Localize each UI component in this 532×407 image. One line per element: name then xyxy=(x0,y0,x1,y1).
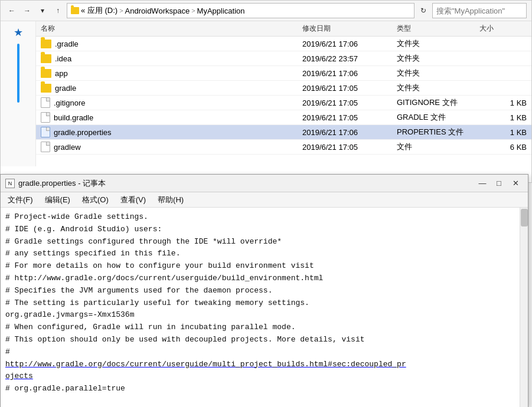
address-part3: MyApplication xyxy=(197,6,245,15)
file-name: build.gradle xyxy=(41,112,302,123)
close-button[interactable]: ✕ xyxy=(508,177,523,190)
file-name: .gitignore xyxy=(41,97,302,108)
notepad-menu-items: 文件(F)编辑(E)格式(O)查看(V)帮助(H) xyxy=(3,193,188,206)
menu-item-0[interactable]: 文件(F) xyxy=(3,193,38,206)
notepad-line: # This option should only be used with d… xyxy=(5,334,514,346)
notepad-line: # Project-wide Gradle settings. xyxy=(5,211,514,224)
file-name-label: build.gradle xyxy=(54,113,93,122)
file-type: 文件夹 xyxy=(397,83,479,93)
file-name: gradlew xyxy=(41,142,302,152)
restore-button[interactable]: □ xyxy=(491,177,507,190)
file-type: GRADLE 文件 xyxy=(397,112,479,123)
notepad-line: # When configured, Gradle will run in in… xyxy=(5,321,514,334)
file-type: PROPERTIES 文件 xyxy=(397,127,479,137)
file-rows-container: .gradle 2019/6/21 17:06 文件夹 .idea 2019/6… xyxy=(36,37,531,155)
file-name-label: .gradle xyxy=(55,40,79,48)
col-modified: 修改日期 xyxy=(302,24,397,34)
col-name: 名称 xyxy=(41,24,302,34)
file-type: 文件 xyxy=(397,142,479,152)
notepad-line: # Specifies the JVM arguments used for t… xyxy=(5,285,514,297)
file-name: app xyxy=(41,69,302,78)
file-row[interactable]: .idea 2019/6/22 23:57 文件夹 xyxy=(36,51,531,66)
file-modified: 2019/6/21 17:06 xyxy=(302,128,397,137)
col-size: 大小 xyxy=(479,24,527,34)
notepad-line: # Gradle settings configured through the… xyxy=(5,236,514,248)
file-row[interactable]: gradlew 2019/6/21 17:05 文件 6 KB xyxy=(36,140,531,155)
scrollbar-vertical[interactable] xyxy=(520,208,528,407)
sep2: > xyxy=(191,7,195,14)
address-bar[interactable]: « 应用 (D:) > AndroidWorkspace > MyApplica… xyxy=(67,3,414,18)
notepad-line: org.gradle.jvmargs=-Xmx1536m xyxy=(5,309,514,321)
file-modified: 2019/6/21 17:05 xyxy=(302,113,397,122)
notepad-content: # Project-wide Gradle settings.# IDE (e.… xyxy=(1,208,528,407)
file-row[interactable]: build.gradle 2019/6/21 17:05 GRADLE 文件 1… xyxy=(36,110,531,125)
file-icon xyxy=(41,127,50,137)
file-name: .idea xyxy=(41,54,302,63)
file-name: gradle.properties xyxy=(41,127,302,137)
file-size: 1 KB xyxy=(479,99,527,107)
file-type: 文件夹 xyxy=(397,53,479,64)
file-name-label: app xyxy=(55,69,68,78)
notepad-line: # any settings specified in this file. xyxy=(5,248,514,260)
file-icon xyxy=(41,142,50,152)
notepad-line: # org.gradle.parallel=true xyxy=(5,383,514,395)
notepad-titlebar: N gradle.properties - 记事本 — □ ✕ xyxy=(1,175,528,192)
sidebar-nav: ★ xyxy=(1,21,36,166)
file-type: 文件夹 xyxy=(397,38,479,49)
menu-item-2[interactable]: 格式(O) xyxy=(77,193,113,206)
folder-icon xyxy=(41,69,51,78)
file-size: 1 KB xyxy=(479,113,527,122)
file-modified: 2019/6/22 23:57 xyxy=(302,54,397,63)
window-controls: — □ ✕ xyxy=(475,177,523,190)
file-row[interactable]: app 2019/6/21 17:06 文件夹 xyxy=(36,66,531,81)
folder-icon xyxy=(41,40,51,48)
address-prefix: « 应用 (D:) xyxy=(81,5,118,16)
notepad-menubar: 文件(F)编辑(E)格式(O)查看(V)帮助(H) xyxy=(1,192,528,208)
notepad-line: http://www.gradle.org/docs/current/userg… xyxy=(5,359,514,371)
menu-item-4[interactable]: 帮助(H) xyxy=(153,193,188,206)
forward-button[interactable]: → xyxy=(21,4,34,17)
file-name-label: .idea xyxy=(55,54,71,63)
file-name-label: gradle xyxy=(55,84,76,93)
explorer-window: ← → ▾ ↑ « 应用 (D:) > AndroidWorkspace > M… xyxy=(0,0,532,183)
notepad-window: N gradle.properties - 记事本 — □ ✕ 文件(F)编辑(… xyxy=(0,174,528,407)
file-row[interactable]: gradle 2019/6/21 17:05 文件夹 xyxy=(36,81,531,96)
sep1: > xyxy=(119,7,123,14)
file-row[interactable]: gradle.properties 2019/6/21 17:06 PROPER… xyxy=(36,125,531,140)
folder-icon xyxy=(41,54,51,63)
notepad-title-left: N gradle.properties - 记事本 xyxy=(5,178,106,189)
sidebar-bar xyxy=(17,44,19,103)
file-list-header: 名称 修改日期 类型 大小 xyxy=(36,21,531,37)
file-size: 1 KB xyxy=(479,128,527,137)
file-name: .gradle xyxy=(41,40,302,48)
refresh-button[interactable]: ↻ xyxy=(417,4,430,17)
search-input[interactable] xyxy=(432,3,527,18)
file-row[interactable]: .gitignore 2019/6/21 17:05 GITIGNORE 文件 … xyxy=(36,96,531,110)
scrollbar-thumb xyxy=(521,209,528,227)
favorites-star-icon: ★ xyxy=(14,26,23,39)
menu-item-3[interactable]: 查看(V) xyxy=(116,193,151,206)
file-icon xyxy=(41,112,50,123)
notepad-title: gradle.properties - 记事本 xyxy=(18,178,106,189)
dropdown-button[interactable]: ▾ xyxy=(36,4,49,17)
file-modified: 2019/6/21 17:05 xyxy=(302,99,397,107)
notepad-line: # For more details on how to configure y… xyxy=(5,260,514,273)
back-button[interactable]: ← xyxy=(5,4,18,17)
file-row[interactable]: .gradle 2019/6/21 17:06 文件夹 xyxy=(36,37,531,51)
up-button[interactable]: ↑ xyxy=(51,4,64,17)
file-type: 文件夹 xyxy=(397,68,479,78)
file-modified: 2019/6/21 17:06 xyxy=(302,69,397,78)
file-list: 名称 修改日期 类型 大小 .gradle 2019/6/21 17:06 文件… xyxy=(36,21,531,166)
file-name-label: gradle.properties xyxy=(54,128,112,137)
menu-item-1[interactable]: 编辑(E) xyxy=(40,193,75,206)
notepad-line: ojects xyxy=(5,370,514,383)
file-name-label: .gitignore xyxy=(54,99,85,107)
minimize-button[interactable]: — xyxy=(475,177,490,190)
file-name: gradle xyxy=(41,84,302,93)
notepad-icon-label: N xyxy=(8,180,12,186)
notepad-line: # The setting is particularly useful for… xyxy=(5,297,514,310)
file-type: GITIGNORE 文件 xyxy=(397,97,479,108)
file-icon xyxy=(41,97,50,108)
file-modified: 2019/6/21 17:06 xyxy=(302,40,397,48)
folder-icon xyxy=(71,7,79,14)
